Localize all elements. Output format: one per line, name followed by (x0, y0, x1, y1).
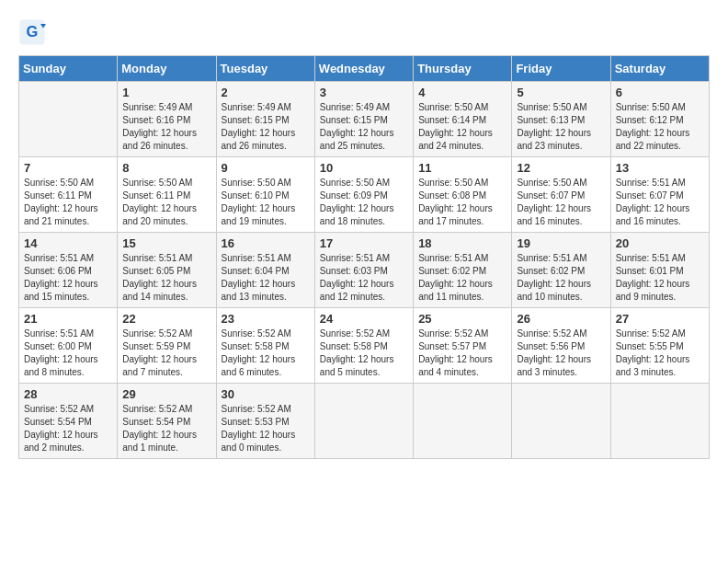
logo: G (18, 18, 50, 46)
calendar-cell: 18Sunrise: 5:51 AM Sunset: 6:02 PM Dayli… (414, 233, 512, 308)
cell-info: Sunrise: 5:50 AM Sunset: 6:11 PM Dayligh… (24, 177, 112, 228)
calendar-cell: 13Sunrise: 5:51 AM Sunset: 6:07 PM Dayli… (610, 157, 709, 233)
day-number: 25 (418, 312, 506, 326)
calendar-cell: 12Sunrise: 5:50 AM Sunset: 6:07 PM Dayli… (512, 157, 610, 233)
cell-info: Sunrise: 5:52 AM Sunset: 5:54 PM Dayligh… (24, 403, 112, 454)
calendar-cell (610, 384, 709, 459)
day-number: 24 (320, 312, 408, 326)
calendar-cell: 7Sunrise: 5:50 AM Sunset: 6:11 PM Daylig… (19, 157, 118, 233)
weekday-header-saturday: Saturday (610, 56, 709, 82)
day-number: 13 (616, 161, 704, 175)
cell-info: Sunrise: 5:51 AM Sunset: 6:04 PM Dayligh… (222, 252, 310, 304)
cell-info: Sunrise: 5:50 AM Sunset: 6:08 PM Dayligh… (418, 177, 506, 228)
cell-info: Sunrise: 5:52 AM Sunset: 5:56 PM Dayligh… (517, 327, 605, 379)
cell-info: Sunrise: 5:49 AM Sunset: 6:15 PM Dayligh… (320, 101, 408, 153)
svg-text:G: G (27, 23, 39, 40)
day-number: 1 (122, 86, 210, 99)
calendar-cell: 20Sunrise: 5:51 AM Sunset: 6:01 PM Dayli… (610, 233, 709, 308)
calendar-week-3: 14Sunrise: 5:51 AM Sunset: 6:06 PM Dayli… (19, 233, 710, 308)
cell-info: Sunrise: 5:51 AM Sunset: 6:05 PM Dayligh… (122, 252, 210, 304)
calendar-header-row: SundayMondayTuesdayWednesdayThursdayFrid… (19, 56, 710, 82)
weekday-header-sunday: Sunday (19, 56, 118, 82)
weekday-header-friday: Friday (512, 56, 610, 82)
calendar-cell: 10Sunrise: 5:50 AM Sunset: 6:09 PM Dayli… (314, 157, 413, 233)
calendar-body: 1Sunrise: 5:49 AM Sunset: 6:16 PM Daylig… (19, 82, 710, 459)
calendar-cell: 1Sunrise: 5:49 AM Sunset: 6:16 PM Daylig… (118, 82, 216, 157)
calendar-table: SundayMondayTuesdayWednesdayThursdayFrid… (18, 55, 710, 459)
day-number: 7 (24, 161, 112, 175)
calendar-cell: 14Sunrise: 5:51 AM Sunset: 6:06 PM Dayli… (19, 233, 118, 308)
calendar-cell: 25Sunrise: 5:52 AM Sunset: 5:57 PM Dayli… (414, 308, 512, 384)
day-number: 15 (122, 236, 210, 250)
calendar-cell: 28Sunrise: 5:52 AM Sunset: 5:54 PM Dayli… (19, 384, 118, 459)
page-header: G (18, 18, 710, 46)
calendar-week-1: 1Sunrise: 5:49 AM Sunset: 6:16 PM Daylig… (19, 82, 710, 157)
cell-info: Sunrise: 5:52 AM Sunset: 5:55 PM Dayligh… (616, 327, 704, 379)
cell-info: Sunrise: 5:51 AM Sunset: 6:06 PM Dayligh… (24, 252, 112, 304)
calendar-cell: 21Sunrise: 5:51 AM Sunset: 6:00 PM Dayli… (19, 308, 118, 384)
day-number: 11 (418, 161, 506, 175)
cell-info: Sunrise: 5:50 AM Sunset: 6:14 PM Dayligh… (418, 101, 506, 153)
cell-info: Sunrise: 5:50 AM Sunset: 6:13 PM Dayligh… (517, 101, 605, 153)
cell-info: Sunrise: 5:52 AM Sunset: 5:54 PM Dayligh… (122, 403, 210, 454)
day-number: 22 (122, 312, 210, 326)
cell-info: Sunrise: 5:52 AM Sunset: 5:53 PM Dayligh… (222, 403, 310, 454)
calendar-cell: 15Sunrise: 5:51 AM Sunset: 6:05 PM Dayli… (118, 233, 216, 308)
day-number: 6 (616, 86, 704, 99)
cell-info: Sunrise: 5:50 AM Sunset: 6:07 PM Dayligh… (517, 177, 605, 228)
calendar-cell (512, 384, 610, 459)
cell-info: Sunrise: 5:50 AM Sunset: 6:11 PM Dayligh… (122, 177, 210, 228)
calendar-week-5: 28Sunrise: 5:52 AM Sunset: 5:54 PM Dayli… (19, 384, 710, 459)
cell-info: Sunrise: 5:51 AM Sunset: 6:02 PM Dayligh… (517, 252, 605, 304)
cell-info: Sunrise: 5:50 AM Sunset: 6:12 PM Dayligh… (616, 101, 704, 153)
day-number: 21 (24, 312, 112, 326)
day-number: 8 (122, 161, 210, 175)
weekday-header-thursday: Thursday (414, 56, 512, 82)
cell-info: Sunrise: 5:51 AM Sunset: 6:07 PM Dayligh… (616, 177, 704, 228)
calendar-cell: 2Sunrise: 5:49 AM Sunset: 6:15 PM Daylig… (216, 82, 314, 157)
day-number: 18 (418, 236, 506, 250)
cell-info: Sunrise: 5:52 AM Sunset: 5:58 PM Dayligh… (320, 327, 408, 379)
day-number: 19 (517, 236, 605, 250)
calendar-cell: 24Sunrise: 5:52 AM Sunset: 5:58 PM Dayli… (314, 308, 413, 384)
day-number: 9 (222, 161, 310, 175)
cell-info: Sunrise: 5:52 AM Sunset: 5:59 PM Dayligh… (122, 327, 210, 379)
cell-info: Sunrise: 5:51 AM Sunset: 6:03 PM Dayligh… (320, 252, 408, 304)
day-number: 12 (517, 161, 605, 175)
calendar-cell (19, 82, 118, 157)
weekday-header-monday: Monday (118, 56, 216, 82)
calendar-cell: 5Sunrise: 5:50 AM Sunset: 6:13 PM Daylig… (512, 82, 610, 157)
calendar-cell: 27Sunrise: 5:52 AM Sunset: 5:55 PM Dayli… (610, 308, 709, 384)
calendar-cell: 3Sunrise: 5:49 AM Sunset: 6:15 PM Daylig… (314, 82, 413, 157)
calendar-cell: 16Sunrise: 5:51 AM Sunset: 6:04 PM Dayli… (216, 233, 314, 308)
cell-info: Sunrise: 5:52 AM Sunset: 5:57 PM Dayligh… (418, 327, 506, 379)
calendar-cell: 11Sunrise: 5:50 AM Sunset: 6:08 PM Dayli… (414, 157, 512, 233)
day-number: 26 (517, 312, 605, 326)
calendar-cell: 17Sunrise: 5:51 AM Sunset: 6:03 PM Dayli… (314, 233, 413, 308)
day-number: 17 (320, 236, 408, 250)
cell-info: Sunrise: 5:51 AM Sunset: 6:00 PM Dayligh… (24, 327, 112, 379)
cell-info: Sunrise: 5:52 AM Sunset: 5:58 PM Dayligh… (222, 327, 310, 379)
day-number: 3 (320, 86, 408, 99)
day-number: 16 (222, 236, 310, 250)
calendar-cell (314, 384, 413, 459)
calendar-cell: 6Sunrise: 5:50 AM Sunset: 6:12 PM Daylig… (610, 82, 709, 157)
calendar-cell: 29Sunrise: 5:52 AM Sunset: 5:54 PM Dayli… (118, 384, 216, 459)
calendar-cell: 22Sunrise: 5:52 AM Sunset: 5:59 PM Dayli… (118, 308, 216, 384)
calendar-week-2: 7Sunrise: 5:50 AM Sunset: 6:11 PM Daylig… (19, 157, 710, 233)
calendar-cell: 19Sunrise: 5:51 AM Sunset: 6:02 PM Dayli… (512, 233, 610, 308)
calendar-cell (414, 384, 512, 459)
logo-icon: G (18, 18, 46, 46)
cell-info: Sunrise: 5:51 AM Sunset: 6:01 PM Dayligh… (616, 252, 704, 304)
calendar-week-4: 21Sunrise: 5:51 AM Sunset: 6:00 PM Dayli… (19, 308, 710, 384)
calendar-cell: 30Sunrise: 5:52 AM Sunset: 5:53 PM Dayli… (216, 384, 314, 459)
day-number: 29 (122, 387, 210, 401)
weekday-header-tuesday: Tuesday (216, 56, 314, 82)
day-number: 30 (222, 387, 310, 401)
weekday-header-wednesday: Wednesday (314, 56, 413, 82)
cell-info: Sunrise: 5:49 AM Sunset: 6:15 PM Dayligh… (222, 101, 310, 153)
calendar-cell: 4Sunrise: 5:50 AM Sunset: 6:14 PM Daylig… (414, 82, 512, 157)
day-number: 28 (24, 387, 112, 401)
calendar-cell: 26Sunrise: 5:52 AM Sunset: 5:56 PM Dayli… (512, 308, 610, 384)
cell-info: Sunrise: 5:49 AM Sunset: 6:16 PM Dayligh… (122, 101, 210, 153)
